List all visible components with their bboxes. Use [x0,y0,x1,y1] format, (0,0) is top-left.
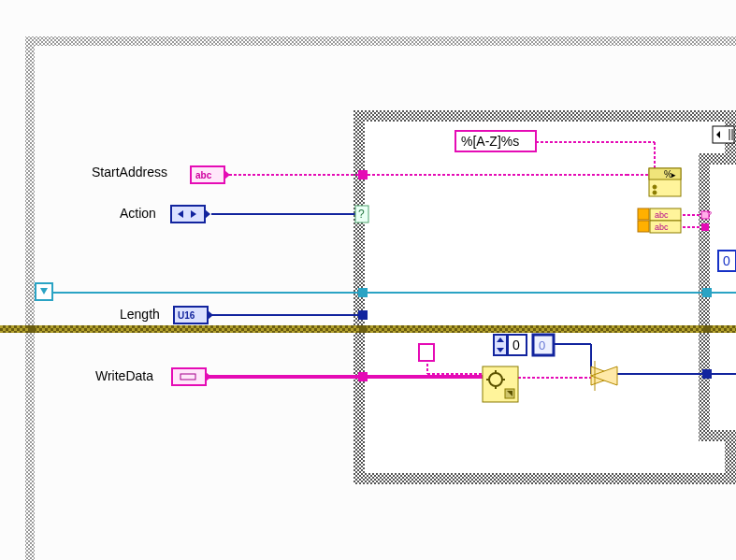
wire-length [210,310,368,320]
scan-format-constant[interactable]: %[A-Z]%s [455,131,536,151]
svg-text:0: 0 [723,253,730,268]
svg-rect-50 [702,369,712,379]
svg-rect-13 [713,126,734,143]
svg-point-77 [653,191,657,194]
svg-rect-41 [28,325,36,333]
svg-marker-66 [208,310,213,320]
shift-register-left[interactable] [36,283,52,300]
wire-ref [0,325,736,333]
startaddress-terminal[interactable]: abc [191,166,230,183]
scan-format-text: %[A-Z]%s [461,134,519,149]
svg-text:0: 0 [539,338,545,352]
startaddress-label: StartAddress [92,165,167,179]
svg-rect-71 [419,344,434,361]
svg-rect-39 [358,310,368,320]
svg-marker-61 [205,209,210,219]
svg-rect-9 [25,36,736,46]
svg-rect-67 [172,368,206,385]
svg-text:?: ? [707,209,712,219]
svg-rect-40 [0,325,736,333]
svg-point-76 [653,185,657,189]
writedata-label: WriteData [95,368,153,383]
svg-rect-43 [703,325,711,333]
writedata-terminal[interactable] [172,368,211,385]
svg-marker-57 [224,170,230,179]
length-terminal[interactable]: U16 [174,307,213,323]
case-selector-terminal[interactable]: ? [355,206,368,223]
svg-text:U16: U16 [178,310,195,321]
svg-rect-22 [358,170,368,179]
svg-text:abc: abc [655,223,669,232]
svg-marker-69 [206,372,211,381]
svg-text:?: ? [358,208,365,221]
block-diagram: 0 ? [0,0,736,560]
unbundle-node[interactable] [483,366,518,402]
svg-rect-31 [701,223,709,231]
svg-rect-78 [638,208,649,220]
svg-rect-18 [710,165,736,430]
svg-text:abc: abc [655,210,669,220]
empty-string-constant[interactable] [419,344,434,361]
numeric-constant-inner[interactable]: 0 [718,251,736,271]
svg-rect-58 [171,206,205,223]
svg-rect-79 [638,221,649,232]
action-label: Action [120,206,156,221]
action-terminal[interactable] [171,206,210,223]
svg-text:abc: abc [195,170,212,180]
array-index-constants[interactable]: 0 0 [494,335,554,355]
svg-rect-10 [25,36,35,560]
case-structure-outer[interactable] [354,110,736,484]
svg-text:0: 0 [512,337,520,352]
svg-rect-42 [359,325,367,333]
length-label: Length [120,307,160,322]
svg-text:▸: ▸ [671,170,676,179]
svg-rect-45 [358,372,368,381]
svg-rect-35 [702,288,712,297]
svg-rect-34 [358,288,368,297]
